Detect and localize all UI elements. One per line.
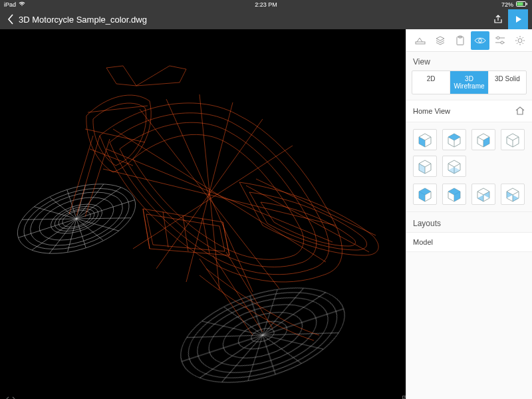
model-viewport[interactable]	[0, 29, 406, 399]
svg-rect-45	[416, 42, 425, 44]
viewmode-3d-solid[interactable]: 3D Solid	[489, 71, 526, 94]
svg-point-48	[479, 39, 482, 42]
play-button[interactable]	[508, 9, 528, 29]
svg-line-40	[223, 222, 229, 255]
svg-point-52	[501, 41, 503, 44]
clipboard-icon[interactable]	[451, 31, 469, 50]
sidebar-toolbar	[406, 29, 532, 52]
svg-line-31	[224, 290, 301, 380]
view-icon[interactable]	[471, 31, 489, 50]
settings-sliders-icon[interactable]	[491, 31, 509, 50]
view-bottom[interactable]	[442, 156, 466, 177]
svg-line-41	[163, 211, 168, 247]
view-right[interactable]	[471, 129, 495, 150]
iso-se[interactable]	[442, 184, 466, 205]
svg-line-37	[85, 129, 145, 142]
battery-percent: 72%	[501, 1, 513, 8]
svg-line-16	[50, 186, 103, 251]
iso-ne[interactable]	[471, 184, 495, 205]
home-icon	[515, 106, 525, 116]
draw-tools-icon[interactable]	[411, 31, 430, 50]
svg-point-53	[518, 39, 522, 43]
section-view-label: View	[406, 52, 532, 70]
battery-icon	[516, 1, 528, 8]
share-button[interactable]	[488, 9, 508, 29]
back-button[interactable]	[4, 14, 17, 25]
viewmode-2d[interactable]: 2D	[412, 71, 450, 94]
view-left[interactable]	[413, 156, 437, 177]
svg-point-51	[497, 37, 499, 39]
ios-status-bar: iPad 2:23 PM 72%	[0, 0, 532, 9]
iso-sw[interactable]	[413, 184, 437, 205]
view-front[interactable]	[413, 129, 437, 150]
wifi-icon	[19, 1, 25, 8]
layers-icon[interactable]	[431, 31, 450, 50]
file-title: 3D Motorcycle Sample_color.dwg	[19, 15, 147, 25]
device-label: iPad	[4, 1, 16, 8]
iso-views-grid	[406, 181, 532, 211]
layouts-label: Layouts	[406, 211, 532, 232]
ortho-views-grid	[406, 122, 532, 181]
view-sidebar: View 2D 3D Wireframe 3D Solid Home View	[406, 29, 532, 399]
svg-point-17	[169, 269, 356, 399]
view-back[interactable]	[501, 129, 525, 150]
app-titlebar: 3D Motorcycle Sample_color.dwg	[0, 9, 532, 29]
viewmode-3d-wireframe[interactable]: 3D Wireframe	[450, 71, 488, 94]
clock: 2:23 PM	[255, 1, 277, 8]
home-view-label: Home View	[413, 107, 450, 115]
iso-nw[interactable]	[501, 184, 525, 205]
home-view-row[interactable]: Home View	[406, 100, 532, 122]
view-top[interactable]	[442, 129, 466, 150]
view-mode-segmented: 2D 3D Wireframe 3D Solid	[412, 70, 527, 94]
gear-icon[interactable]	[511, 31, 529, 50]
svg-rect-2	[527, 3, 528, 5]
layout-item-model[interactable]: Model	[406, 232, 532, 252]
svg-rect-1	[517, 3, 523, 6]
